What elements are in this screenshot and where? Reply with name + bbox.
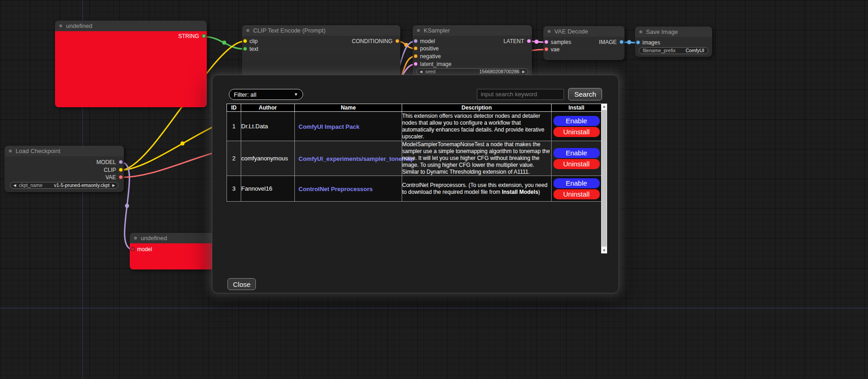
model-input-dot[interactable] [131,247,135,251]
input-slot-model[interactable]: model [130,246,152,253]
cell-id: 3 [227,176,241,202]
enable-button[interactable]: Enable [553,178,600,188]
model-output-dot[interactable] [119,160,123,164]
collapse-dot[interactable] [416,28,420,33]
header-description: Description [402,104,552,112]
uninstall-button[interactable]: Uninstall [553,159,600,169]
ckpt-name-widget[interactable]: ◀ ckpt_name v1-5-pruned-emaonly.ckpt ▶ [10,182,118,189]
cell-author: Dr.Lt.Data [241,112,295,141]
collapse-dot[interactable] [8,149,12,153]
filename-prefix-widget[interactable]: filename_prefix ComfyUI [639,47,708,54]
enable-button[interactable]: Enable [553,116,600,126]
search-area: Search [477,88,602,100]
decrement-arrow-icon[interactable]: ◀ [13,182,16,188]
positive-input-dot[interactable] [414,46,418,50]
node-undefined-top[interactable]: undefined STRING [55,21,207,107]
node-body: STRING [55,31,207,107]
search-button[interactable]: Search [568,88,602,100]
wire-dot [125,204,129,208]
collapse-dot[interactable] [59,24,63,28]
collapse-dot[interactable] [133,236,138,240]
widget-label: seed [425,69,436,75]
extension-link[interactable]: ComfyUI_experiments/sampler_tonemap [295,155,416,162]
scrollbar-down-button[interactable]: ▼ [601,247,607,253]
slot-label: model [420,38,435,44]
header-author: Author [241,104,295,112]
increment-arrow-icon[interactable]: ▶ [522,69,525,75]
input-slot-vae[interactable]: vae [543,46,559,53]
widget-label: ckpt_name [19,182,42,188]
input-slot-images[interactable]: images [635,39,660,46]
input-slot-latent-image[interactable]: latent_image [413,61,452,67]
clip-output-dot[interactable] [119,168,123,172]
vae-input-dot[interactable] [544,47,548,51]
node-save-image[interactable]: Save Image images filename_prefix ComfyU… [635,27,712,57]
scrollbar-thumb[interactable] [602,110,607,247]
clip-input-dot[interactable] [243,39,247,43]
cell-install: Enable Uninstall [552,176,602,202]
input-slot-samples[interactable]: samples [543,39,571,45]
node-title-bar[interactable]: KSampler [413,25,532,36]
output-slot-model[interactable]: MODEL [96,159,124,165]
latent-output-dot[interactable] [527,39,531,43]
close-button[interactable]: Close [227,278,256,290]
filter-select[interactable]: Filter: all ▼ [229,89,303,100]
model-input-dot[interactable] [414,39,418,43]
header-id: ID [227,104,241,112]
image-output-dot[interactable] [619,40,624,44]
node-title-bar[interactable]: undefined [55,21,207,31]
collapse-dot[interactable] [246,28,250,33]
conditioning-output-dot[interactable] [395,39,399,43]
wire-dot [535,40,539,44]
uninstall-button[interactable]: Uninstall [553,127,600,137]
table-scrollbar[interactable]: ▲ ▼ [601,104,607,253]
input-slot-positive[interactable]: positive [413,45,439,52]
node-title-bar[interactable]: VAE Decode [543,26,625,37]
input-slot-negative[interactable]: negative [413,53,441,60]
node-title-bar[interactable]: Save Image [635,27,712,37]
vae-output-dot[interactable] [119,175,123,179]
input-slot-text[interactable]: text [242,46,258,52]
output-slot-latent[interactable]: LATENT [503,38,532,44]
samples-input-dot[interactable] [544,40,548,44]
node-title-bar[interactable]: CLIP Text Encode (Prompt) [242,25,400,36]
node-title-label: undefined [141,235,167,242]
uninstall-button[interactable]: Uninstall [553,189,600,199]
node-load-checkpoint[interactable]: Load Checkpoint MODEL CLIP VAE ◀ ckpt_na… [5,146,124,192]
increment-arrow-icon[interactable]: ▶ [112,182,115,188]
input-slot-clip[interactable]: clip [242,38,258,44]
cell-install: Enable Uninstall [552,141,602,176]
latent-image-input-dot[interactable] [414,62,418,66]
extension-link[interactable]: ComfyUI Impact Pack [295,123,361,130]
scrollbar-up-button[interactable]: ▲ [601,104,607,110]
input-slot-model[interactable]: model [413,38,435,44]
cell-description: ModelSamplerTonemapNoiseTest a node that… [402,141,552,176]
enable-button[interactable]: Enable [553,148,600,158]
output-slot-image[interactable]: IMAGE [599,39,625,45]
slot-label: CLIP [104,167,116,173]
output-slot-conditioning[interactable]: CONDITIONING [352,38,400,44]
output-slot-clip[interactable]: CLIP [104,167,124,173]
negative-input-dot[interactable] [414,54,418,58]
output-slot-string[interactable]: STRING [178,33,207,39]
table-row: 2 comfyanonymous ComfyUI_experiments/sam… [227,141,602,176]
search-input[interactable] [477,89,564,100]
extension-link[interactable]: ControlNet Preprocessors [295,186,375,192]
collapse-dot[interactable] [547,29,551,33]
string-output-dot[interactable] [202,34,206,38]
chevron-down-icon: ▼ [294,92,298,97]
collapse-dot[interactable] [639,30,643,34]
seed-widget[interactable]: ◀ seed 156680208700286 ▶ [416,68,528,75]
node-vae-decode[interactable]: VAE Decode samples vae IMAGE [543,26,625,60]
wire-dot [627,40,631,44]
slot-label: STRING [178,33,199,39]
images-input-dot[interactable] [636,40,640,44]
graph-canvas[interactable]: undefined STRING CLIP Text Encode (Promp… [0,0,868,379]
widget-value: ComfyUI [686,48,704,54]
table-row: 1 Dr.Lt.Data ComfyUI Impact Pack This ex… [227,112,602,141]
widget-value: v1-5-pruned-emaonly.ckpt [54,182,110,188]
text-input-dot[interactable] [243,47,247,51]
decrement-arrow-icon[interactable]: ◀ [420,69,422,75]
output-slot-vae[interactable]: VAE [105,174,124,181]
node-title-bar[interactable]: Load Checkpoint [5,146,124,156]
